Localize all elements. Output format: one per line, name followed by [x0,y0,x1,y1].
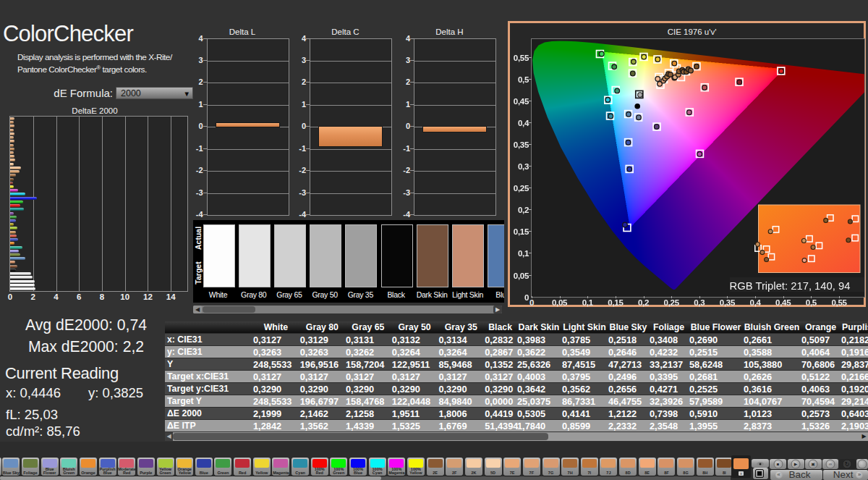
svg-text:RGB Triplet: 217, 140, 94: RGB Triplet: 217, 140, 94 [730,280,851,292]
